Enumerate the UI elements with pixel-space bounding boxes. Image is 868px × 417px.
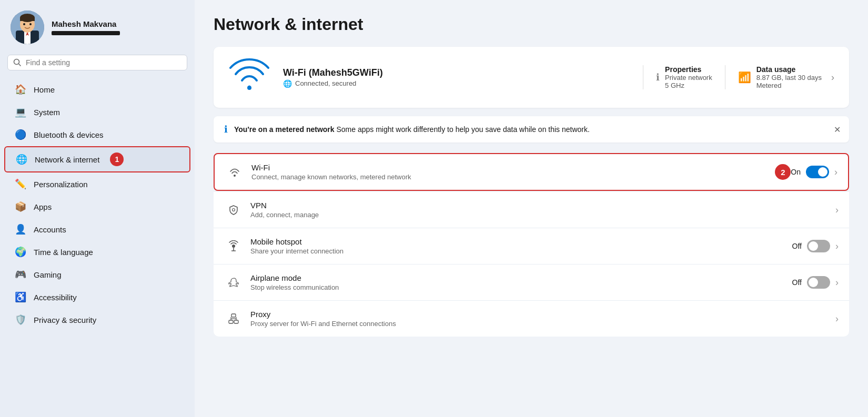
toggle-knob-wifi	[818, 167, 827, 177]
sidebar-label-accessibility: Accessibility	[34, 293, 77, 302]
toggle-airplane[interactable]	[807, 276, 830, 289]
item-text-wifi: Wi-Fi Connect, manage known networks, me…	[251, 163, 771, 181]
wifi-large-icon	[228, 57, 270, 97]
item-subtitle-wifi: Connect, manage known networks, metered …	[251, 173, 771, 181]
settings-item-wifi[interactable]: Wi-Fi Connect, manage known networks, me…	[214, 153, 849, 191]
banner-bold: You're on a metered network	[234, 125, 335, 134]
user-bar	[52, 31, 120, 35]
settings-item-vpn[interactable]: VPN Add, connect, manage ›	[214, 192, 849, 228]
sidebar-item-bluetooth[interactable]: 🔵 Bluetooth & devices	[4, 124, 190, 146]
info-circle-icon: ℹ	[656, 72, 660, 83]
settings-item-airplane[interactable]: Airplane mode Stop wireless communicatio…	[214, 265, 849, 301]
airplane-icon	[224, 273, 243, 292]
banner-body: Some apps might work differently to help…	[336, 125, 589, 134]
sidebar-item-network[interactable]: 🌐 Network & internet 1	[4, 146, 190, 172]
step-2-badge: 2	[775, 164, 791, 180]
sidebar: Mahesh Makvana 🏠 Home 💻 System 🔵 Bluetoo…	[0, 0, 195, 417]
accounts-icon: 👤	[15, 223, 26, 235]
item-subtitle-airplane: Stop wireless communication	[250, 283, 792, 291]
wifi-status-card: Wi-Fi (Mahesh5GWiFi) 🌐 Connected, secure…	[214, 47, 849, 108]
svg-point-8	[29, 23, 32, 25]
sidebar-item-privacy[interactable]: 🛡️ Privacy & security	[4, 309, 190, 331]
vpn-icon	[224, 200, 243, 219]
step-1-badge: 1	[110, 152, 124, 166]
personalization-icon: ✏️	[15, 178, 26, 190]
svg-point-13	[233, 209, 235, 211]
main-content: Network & internet Wi-Fi (Mahesh5GWiFi) …	[195, 0, 868, 417]
item-right-airplane: Off	[792, 276, 830, 289]
apps-icon: 📦	[15, 201, 26, 212]
wifi-info: Wi-Fi (Mahesh5GWiFi) 🌐 Connected, secure…	[283, 67, 630, 88]
svg-rect-17	[229, 320, 233, 323]
item-subtitle-proxy: Proxy server for Wi-Fi and Ethernet conn…	[250, 320, 830, 328]
data-usage-section[interactable]: 📶 Data usage 8.87 GB, last 30 days Meter…	[725, 65, 834, 89]
sidebar-item-time[interactable]: 🌍 Time & language	[4, 241, 190, 263]
toggle-label-airplane: Off	[792, 278, 802, 287]
chevron-icon-airplane: ›	[835, 277, 839, 288]
sidebar-item-apps[interactable]: 📦 Apps	[4, 196, 190, 218]
page-title: Network & internet	[214, 15, 849, 34]
search-icon	[13, 58, 22, 67]
user-name: Mahesh Makvana	[52, 19, 120, 28]
chevron-icon-proxy: ›	[835, 313, 839, 324]
item-subtitle-hotspot: Share your internet connection	[250, 247, 792, 255]
bluetooth-icon: 🔵	[15, 129, 26, 140]
wifi-status: 🌐 Connected, secured	[283, 79, 630, 88]
sidebar-label-home: Home	[34, 85, 55, 94]
item-subtitle-vpn: Add, connect, manage	[250, 211, 830, 219]
toggle-hotspot[interactable]	[807, 240, 830, 252]
network-icon: 🌐	[16, 154, 27, 165]
item-title-hotspot: Mobile hotspot	[250, 237, 792, 246]
settings-list: Wi-Fi Connect, manage known networks, me…	[214, 153, 849, 337]
properties-label: Properties	[665, 65, 712, 74]
sidebar-label-accounts: Accounts	[34, 225, 66, 234]
item-right-hotspot: Off	[792, 240, 830, 252]
item-text-hotspot: Mobile hotspot Share your internet conne…	[250, 237, 792, 255]
toggle-knob-hotspot	[809, 241, 818, 251]
wifi-icon	[225, 162, 244, 181]
item-text-proxy: Proxy Proxy server for Wi-Fi and Etherne…	[250, 310, 830, 328]
hotspot-icon	[224, 237, 243, 256]
settings-item-hotspot[interactable]: Mobile hotspot Share your internet conne…	[214, 228, 849, 265]
svg-line-10	[19, 64, 21, 66]
toggle-knob-airplane	[809, 278, 818, 287]
item-title-vpn: VPN	[250, 201, 830, 210]
settings-item-proxy[interactable]: Proxy Proxy server for Wi-Fi and Etherne…	[214, 301, 849, 337]
sidebar-item-home[interactable]: 🏠 Home	[4, 78, 190, 100]
nav-list: 🏠 Home 💻 System 🔵 Bluetooth & devices 🌐 …	[0, 78, 195, 331]
accessibility-icon: ♿	[15, 291, 26, 303]
banner-close-button[interactable]: ✕	[834, 125, 841, 135]
data-usage-icon: 📶	[738, 71, 751, 84]
sidebar-item-system[interactable]: 💻 System	[4, 101, 190, 123]
sidebar-item-gaming[interactable]: 🎮 Gaming	[4, 263, 190, 286]
sidebar-item-personalization[interactable]: ✏️ Personalization	[4, 173, 190, 195]
svg-point-9	[14, 59, 19, 65]
sidebar-item-accessibility[interactable]: ♿ Accessibility	[4, 286, 190, 308]
properties-section: ℹ Properties Private network 5 GHz	[643, 65, 712, 89]
sidebar-item-accounts[interactable]: 👤 Accounts	[4, 218, 190, 240]
sidebar-label-privacy: Privacy & security	[34, 316, 96, 324]
item-text-airplane: Airplane mode Stop wireless communicatio…	[250, 273, 792, 291]
banner-text: You're on a metered network Some apps mi…	[234, 125, 590, 134]
gaming-icon: 🎮	[15, 269, 26, 280]
user-info: Mahesh Makvana	[52, 19, 120, 35]
sidebar-label-bluetooth: Bluetooth & devices	[34, 130, 104, 139]
toggle-wifi[interactable]	[806, 166, 829, 178]
privacy-icon: 🛡️	[15, 314, 26, 326]
sidebar-label-gaming: Gaming	[34, 270, 62, 279]
search-input[interactable]	[26, 58, 181, 67]
svg-point-7	[23, 23, 25, 25]
data-usage-sub2: Metered	[756, 82, 822, 89]
sidebar-label-system: System	[34, 108, 60, 117]
svg-point-12	[234, 175, 236, 177]
search-box[interactable]	[7, 55, 187, 70]
data-usage-label: Data usage	[756, 65, 822, 74]
svg-point-14	[232, 245, 235, 248]
item-right-wifi: On	[791, 166, 829, 178]
svg-rect-19	[231, 314, 236, 317]
sidebar-label-apps: Apps	[34, 202, 52, 211]
chevron-icon-wifi: ›	[834, 167, 837, 178]
data-usage-sub1: 8.87 GB, last 30 days	[756, 74, 822, 82]
sidebar-label-time: Time & language	[34, 248, 93, 257]
globe-icon: 🌐	[283, 79, 292, 88]
